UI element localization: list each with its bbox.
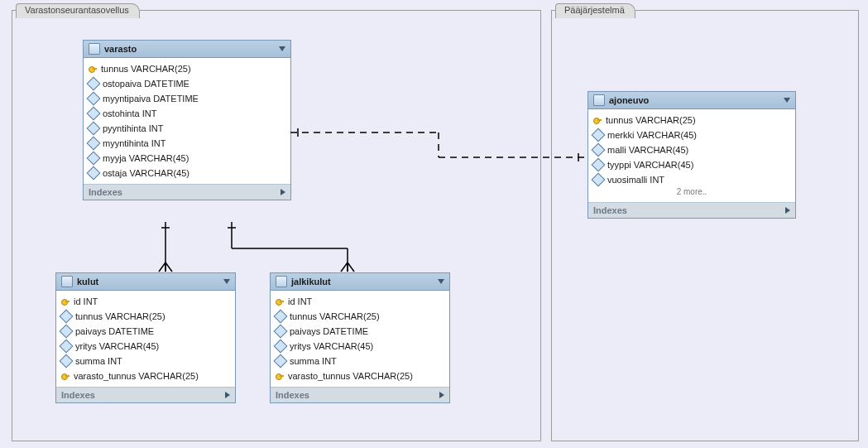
region-tab-right: Pääjärjestelmä <box>555 3 635 18</box>
column-row[interactable]: pyyntihinta INT <box>84 121 290 136</box>
column-text: malli VARCHAR(45) <box>607 145 688 155</box>
field-icon <box>87 122 101 136</box>
primary-key-icon <box>276 372 284 380</box>
table-title: kulut <box>77 277 223 287</box>
column-row[interactable]: merkki VARCHAR(45) <box>588 128 795 142</box>
column-row[interactable]: id INT <box>56 294 235 309</box>
expand-arrow-icon[interactable] <box>281 189 285 195</box>
field-icon <box>592 128 606 142</box>
table-title: jalkikulut <box>291 277 438 287</box>
column-row[interactable]: paivays DATETIME <box>271 324 449 339</box>
primary-key-icon <box>593 116 602 124</box>
column-text: myyntipaiva DATETIME <box>103 94 199 104</box>
column-row[interactable]: varasto_tunnus VARCHAR(25) <box>56 369 235 383</box>
column-text: ostaja VARCHAR(45) <box>103 168 189 178</box>
indexes-label: Indexes <box>276 390 309 400</box>
column-row[interactable]: myyntipaiva DATETIME <box>84 91 290 106</box>
field-icon <box>87 166 101 181</box>
region-varastonseurantasovellus: Varastonseurantasovellus varasto tunnus … <box>12 10 541 441</box>
primary-key-icon <box>89 65 97 73</box>
expand-arrow-icon[interactable] <box>439 392 444 398</box>
more-columns[interactable]: 2 more.. <box>588 187 795 199</box>
indexes-label: Indexes <box>89 187 122 197</box>
field-icon <box>592 143 606 157</box>
table-varasto[interactable]: varasto tunnus VARCHAR(25) ostopaiva DAT… <box>83 40 291 200</box>
column-text: yritys VARCHAR(45) <box>75 341 159 351</box>
column-row[interactable]: tunnus VARCHAR(25) <box>588 113 795 128</box>
column-row[interactable]: yritys VARCHAR(45) <box>271 339 449 354</box>
field-icon <box>87 77 101 91</box>
columns: id INT tunnus VARCHAR(25) paivays DATETI… <box>271 291 449 387</box>
columns: tunnus VARCHAR(25) ostopaiva DATETIME my… <box>84 58 290 184</box>
indexes-section[interactable]: Indexes <box>588 202 795 218</box>
field-icon <box>592 173 606 187</box>
table-title: varasto <box>104 44 279 54</box>
field-icon <box>60 325 74 339</box>
field-icon <box>274 340 288 354</box>
column-text: ostohinta INT <box>103 108 156 118</box>
column-row[interactable]: tunnus VARCHAR(25) <box>271 309 449 324</box>
column-text: id INT <box>74 296 98 306</box>
column-text: paivays DATETIME <box>290 326 368 336</box>
table-header[interactable]: jalkikulut <box>271 273 449 291</box>
field-icon <box>87 107 101 121</box>
region-tab-left: Varastonseurantasovellus <box>16 3 140 18</box>
column-row[interactable]: ostaja VARCHAR(45) <box>84 166 290 181</box>
column-text: myyja VARCHAR(45) <box>103 153 189 163</box>
column-row[interactable]: ostopaiva DATETIME <box>84 76 290 91</box>
column-text: varasto_tunnus VARCHAR(25) <box>74 371 199 381</box>
table-ajoneuvo[interactable]: ajoneuvo tunnus VARCHAR(25) merkki VARCH… <box>587 91 796 219</box>
table-kulut[interactable]: kulut id INT tunnus VARCHAR(25) paivays … <box>55 272 236 403</box>
column-text: id INT <box>288 296 312 306</box>
collapse-arrow-icon[interactable] <box>784 98 790 103</box>
column-text: vuosimalli INT <box>607 175 664 185</box>
field-icon <box>274 354 288 369</box>
field-icon <box>592 158 606 172</box>
column-text: tunnus VARCHAR(25) <box>290 311 380 321</box>
indexes-section[interactable]: Indexes <box>271 387 449 402</box>
table-title: ajoneuvo <box>609 95 784 105</box>
column-text: pyyntihinta INT <box>103 123 163 133</box>
collapse-arrow-icon[interactable] <box>279 46 285 51</box>
diagram-canvas: Varastonseurantasovellus varasto tunnus … <box>0 0 868 448</box>
collapse-arrow-icon[interactable] <box>223 279 230 284</box>
column-row[interactable]: summa INT <box>56 354 235 369</box>
region-paajarjestelma: Pääjärjestelmä ajoneuvo tunnus VARCHAR(2… <box>551 10 859 441</box>
expand-arrow-icon[interactable] <box>785 207 790 214</box>
column-text: paivays DATETIME <box>75 326 154 336</box>
column-row[interactable]: tunnus VARCHAR(25) <box>84 61 290 76</box>
field-icon <box>87 92 101 106</box>
column-row[interactable]: ostohinta INT <box>84 106 290 121</box>
collapse-arrow-icon[interactable] <box>438 279 444 284</box>
field-icon <box>60 310 74 324</box>
column-row[interactable]: tyyppi VARCHAR(45) <box>588 157 795 172</box>
expand-arrow-icon[interactable] <box>225 392 230 398</box>
indexes-section[interactable]: Indexes <box>84 184 290 200</box>
column-row[interactable]: vuosimalli INT <box>588 172 795 187</box>
field-icon <box>87 137 101 151</box>
column-row[interactable]: varasto_tunnus VARCHAR(25) <box>271 369 449 383</box>
column-row[interactable]: myyja VARCHAR(45) <box>84 151 290 166</box>
column-row[interactable]: summa INT <box>271 354 449 369</box>
table-header[interactable]: ajoneuvo <box>588 92 795 109</box>
column-text: merkki VARCHAR(45) <box>607 130 697 140</box>
column-row[interactable]: malli VARCHAR(45) <box>588 142 795 157</box>
column-row[interactable]: id INT <box>271 294 449 309</box>
table-jalkikulut[interactable]: jalkikulut id INT tunnus VARCHAR(25) pai… <box>270 272 450 403</box>
field-icon <box>60 340 74 354</box>
table-header[interactable]: varasto <box>84 41 290 58</box>
column-text: tunnus VARCHAR(25) <box>606 115 696 125</box>
indexes-section[interactable]: Indexes <box>56 387 235 402</box>
column-row[interactable]: tunnus VARCHAR(25) <box>56 309 235 324</box>
column-row[interactable]: myyntihinta INT <box>84 136 290 151</box>
field-icon <box>60 354 74 369</box>
table-icon <box>61 276 73 287</box>
column-row[interactable]: paivays DATETIME <box>56 324 235 339</box>
column-row[interactable]: yritys VARCHAR(45) <box>56 339 235 354</box>
column-text: myyntihinta INT <box>103 138 165 148</box>
primary-key-icon <box>61 297 70 306</box>
indexes-label: Indexes <box>593 205 627 215</box>
columns: id INT tunnus VARCHAR(25) paivays DATETI… <box>56 291 235 387</box>
table-header[interactable]: kulut <box>56 273 235 291</box>
table-icon <box>276 276 287 287</box>
